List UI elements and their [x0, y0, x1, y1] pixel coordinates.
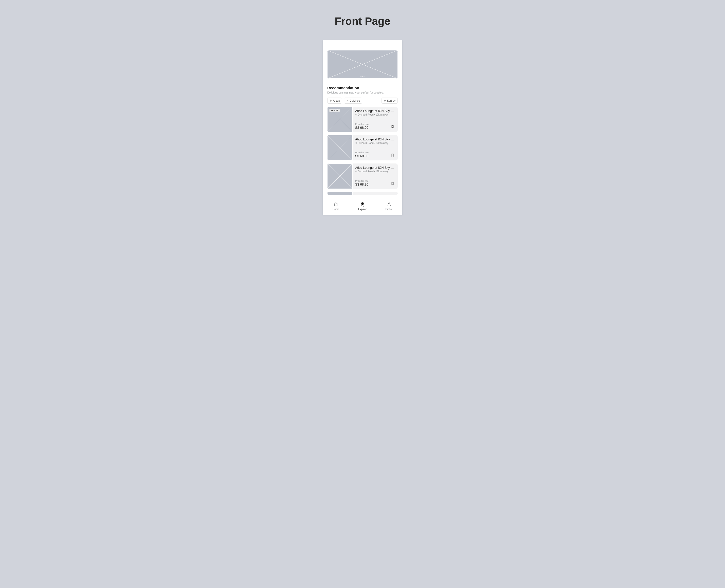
profile-icon [387, 202, 392, 207]
sort-by-button[interactable]: Sort by [381, 98, 398, 104]
restaurant-card[interactable]: Atico Lounge at ION Sky Si… Orchard Road… [327, 135, 398, 161]
restaurant-card[interactable] [327, 192, 398, 195]
placeholder-cross-icon [327, 50, 398, 79]
card-location: Orchard Road [358, 170, 374, 173]
device-frame: Recommendation Delicious cuisines near y… [323, 40, 402, 215]
card-thumbnail [327, 192, 353, 195]
card-meta: Orchard Road • 12km away [355, 113, 397, 116]
filter-areas-button[interactable]: Areas [327, 98, 342, 104]
price-label: Price for two [355, 151, 369, 154]
svg-line-17 [327, 192, 353, 195]
filter-row: Areas Cuisines Sort by [327, 98, 398, 104]
scroll-area[interactable]: Recommendation Delicious cuisines near y… [323, 40, 402, 197]
card-badge-label: Nook [334, 109, 338, 111]
bookmark-icon [391, 125, 394, 129]
price-value: S$ 68.90 [355, 154, 369, 158]
price-label: Price for two [355, 180, 369, 182]
card-title: Atico Lounge at ION Sky Si… [355, 138, 396, 141]
filter-cuisines-label: Cuisines [350, 99, 360, 102]
card-list: Nook Atico Lounge at ION Sky Si… Orchard… [327, 107, 398, 195]
bookmark-button[interactable] [390, 181, 395, 186]
nav-home-label: Home [333, 208, 339, 211]
card-thumbnail [327, 164, 353, 189]
card-thumbnail [327, 135, 353, 161]
map-pin-icon [355, 114, 357, 116]
carousel-dots [361, 76, 365, 77]
section-title: Recommendation [327, 86, 398, 90]
filter-cuisines-button[interactable]: Cuisines [344, 98, 362, 104]
bookmark-icon [391, 153, 394, 157]
hero-carousel[interactable] [327, 50, 398, 79]
placeholder-cross-icon [327, 192, 353, 195]
restaurant-card[interactable]: Atico Lounge at ION Sky Si… Orchard Road… [327, 164, 398, 189]
map-pin-icon [355, 142, 357, 144]
bookmark-icon [391, 182, 394, 186]
map-pin-icon [355, 171, 357, 173]
card-meta: Orchard Road • 12km away [355, 142, 397, 145]
thumbs-up-icon [331, 109, 333, 111]
placeholder-cross-icon [327, 164, 353, 189]
card-meta: Orchard Road • 12km away [355, 170, 397, 173]
card-distance: 12km away [375, 142, 388, 145]
bookmark-button[interactable] [390, 152, 395, 158]
price-label: Price for two [355, 123, 369, 125]
card-location: Orchard Road [358, 142, 374, 145]
nav-explore-label: Explore [358, 208, 367, 211]
bottom-nav: Home Explore Profile [323, 197, 402, 215]
svg-point-3 [331, 100, 331, 101]
card-badge: Nook [329, 109, 340, 112]
nav-profile[interactable]: Profile [376, 197, 402, 215]
nav-profile-label: Profile [386, 208, 393, 211]
svg-rect-16 [328, 192, 353, 195]
card-title: Atico Lounge at ION Sky Si… [355, 166, 396, 170]
restaurant-card[interactable]: Nook Atico Lounge at ION Sky Si… Orchard… [327, 107, 398, 132]
section-subtitle: Delicious cuisines near you, perfect for… [327, 91, 398, 94]
page-title: Front Page [0, 15, 725, 27]
price-value: S$ 68.90 [355, 183, 369, 186]
svg-line-18 [327, 192, 353, 195]
bookmark-button[interactable] [390, 124, 395, 129]
card-distance: 12km away [375, 170, 388, 173]
card-location: Orchard Road [358, 113, 374, 116]
sort-by-label: Sort by [387, 99, 395, 102]
svg-point-19 [388, 203, 390, 204]
explore-icon [360, 202, 365, 207]
nav-home[interactable]: Home [323, 197, 349, 215]
map-pin-icon [330, 100, 332, 102]
filter-areas-label: Areas [333, 99, 340, 102]
placeholder-cross-icon [327, 135, 353, 161]
home-icon [333, 202, 338, 207]
card-thumbnail: Nook [327, 107, 353, 132]
nav-explore[interactable]: Explore [349, 197, 376, 215]
card-distance: 12km away [375, 113, 388, 116]
cutlery-icon [346, 100, 349, 102]
filter-icon [384, 100, 386, 102]
price-value: S$ 68.90 [355, 126, 369, 129]
card-title: Atico Lounge at ION Sky Si… [355, 109, 396, 113]
